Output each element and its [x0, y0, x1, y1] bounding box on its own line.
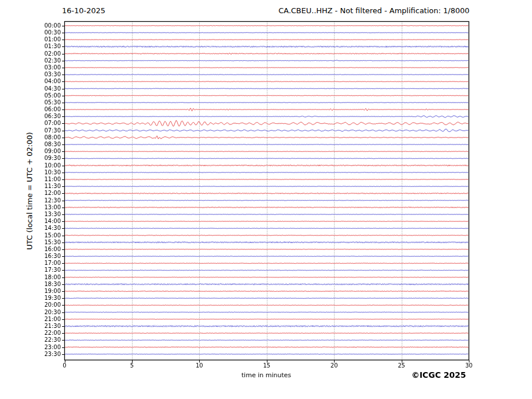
y-tick-label: 02:30 [21, 58, 61, 64]
y-tick-label: 04:30 [21, 86, 61, 92]
y-tick-label: 20:30 [21, 310, 61, 315]
y-tick-label: 19:00 [21, 288, 61, 294]
y-tick-label: 05:00 [21, 93, 61, 99]
y-tick-label: 11:30 [21, 183, 61, 189]
x-tick-label: 0 [53, 363, 76, 369]
y-tick-label: 01:00 [21, 37, 61, 42]
y-tick-label: 22:30 [21, 337, 61, 343]
x-tick-label: 25 [390, 363, 413, 369]
x-tick-label: 30 [457, 363, 480, 369]
y-tick-label: 18:00 [21, 275, 61, 280]
y-tick-label: 08:00 [21, 135, 61, 140]
y-tick-label: 13:30 [21, 212, 61, 217]
y-tick-label: 12:30 [21, 198, 61, 204]
y-tick-label: 09:30 [21, 155, 61, 161]
y-tick-label: 07:30 [21, 128, 61, 134]
y-tick-label: 05:30 [21, 100, 61, 105]
y-tick-label: 16:30 [21, 253, 61, 259]
x-tick-label: 15 [255, 363, 278, 369]
y-tick-label: 17:30 [21, 267, 61, 273]
y-tick-label: 21:30 [21, 323, 61, 329]
x-tick-label: 5 [121, 363, 143, 369]
copyright-text: ©ICGC 2025 [411, 370, 466, 380]
y-tick-label: 14:30 [21, 225, 61, 231]
y-tick-label: 17:00 [21, 260, 61, 266]
y-tick-label: 10:30 [21, 170, 61, 175]
y-tick-label: 06:00 [21, 107, 61, 112]
y-tick-label: 11:00 [21, 177, 61, 182]
y-tick-label: 18:30 [21, 281, 61, 287]
x-tick-label: 20 [323, 363, 345, 369]
x-tick-label: 10 [188, 363, 211, 369]
y-tick-label: 07:00 [21, 120, 61, 126]
y-tick-label: 08:30 [21, 142, 61, 147]
y-tick-label: 23:30 [21, 351, 61, 357]
y-tick-label: 02:00 [21, 51, 61, 57]
y-tick-label: 20:00 [21, 302, 61, 308]
y-tick-label: 19:30 [21, 295, 61, 301]
y-tick-label: 15:00 [21, 233, 61, 238]
y-tick-label: 13:00 [21, 205, 61, 210]
y-tick-label: 03:30 [21, 72, 61, 77]
y-tick-label: 15:30 [21, 240, 61, 245]
y-tick-label: 00:30 [21, 30, 61, 36]
y-tick-label: 01:30 [21, 44, 61, 49]
y-tick-label: 21:00 [21, 316, 61, 322]
y-tick-label: 06:30 [21, 114, 61, 119]
y-tick-label: 14:00 [21, 218, 61, 224]
y-tick-label: 16:00 [21, 247, 61, 252]
y-tick-label: 09:00 [21, 148, 61, 154]
y-tick-label: 04:00 [21, 79, 61, 84]
y-tick-label: 12:00 [21, 190, 61, 196]
y-tick-label: 03:00 [21, 65, 61, 71]
y-tick-label: 10:00 [21, 163, 61, 169]
seismogram-canvas [0, 0, 532, 399]
x-axis-label: time in minutes [242, 371, 291, 379]
helicorder-page: 16-10-2025 CA.CBEU..HHZ - Not filtered -… [0, 0, 532, 399]
y-tick-label: 22:00 [21, 330, 61, 336]
y-tick-label: 00:00 [21, 23, 61, 29]
y-tick-label: 23:00 [21, 345, 61, 350]
